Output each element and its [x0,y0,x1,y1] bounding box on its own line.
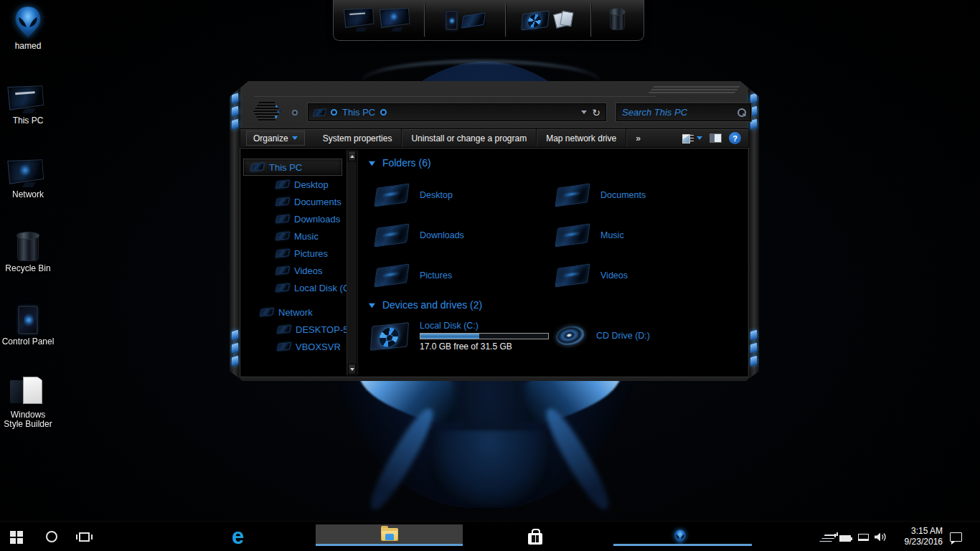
button-label: Map network drive [546,133,616,143]
breadcrumb-node-icon[interactable] [331,109,337,116]
taskbar-clock[interactable]: 3:15 AM 9/23/2016 [891,526,943,547]
file-item-documents[interactable]: Documents [556,186,646,204]
address-dropdown-icon[interactable] [581,110,587,114]
desktop-folder-icon [275,180,290,189]
show-hidden-icons-button[interactable] [819,534,837,542]
file-item-desktop[interactable]: Desktop [375,186,453,204]
map-network-drive-button[interactable]: Map network drive [537,129,626,147]
tree-label: This PC [269,162,302,173]
nav-logo-icon[interactable] [253,102,281,121]
dock-documents-icon[interactable] [553,11,575,29]
preview-pane-button[interactable] [710,133,722,143]
battery-icon[interactable] [839,535,851,542]
uninstall-program-button[interactable]: Uninstall or change a program [402,129,537,147]
tree-label: VBOXSVR [296,342,341,352]
downloads-folder-icon [275,215,290,223]
file-item-videos[interactable]: Videos [556,266,628,285]
tree-item-desktop-5un[interactable]: DESKTOP-5UN [242,321,357,338]
address-path[interactable]: This PC [342,107,375,118]
disk-usage-fill [420,334,479,339]
tree-item-videos[interactable]: Videos [242,262,357,279]
edge-button[interactable]: e [232,522,244,551]
desktop-icon-control-panel[interactable]: Control Panel [0,301,56,347]
refresh-icon[interactable] [592,108,600,118]
drive-item-cd-d[interactable]: CD Drive (D:) [556,326,650,345]
tree-item-vboxsvr[interactable]: VBOXSVR [242,338,357,355]
desktop-folder-icon [374,183,409,207]
drive-item-local-disk-c[interactable]: Local Disk (C:) 17.0 GB free of 31.5 GB [371,321,549,352]
tree-label: Downloads [294,214,340,225]
scroll-down-button[interactable] [348,364,356,375]
network-tray-icon[interactable] [858,534,869,541]
network-icon [260,308,274,316]
pictures-folder-icon [275,249,290,258]
breadcrumb-node-icon[interactable] [380,109,387,116]
drive-label: Local Disk (C:) [420,321,549,331]
start-button[interactable] [10,531,16,537]
command-toolbar: Organize System properties Uninstall or … [240,128,748,148]
dock-monitor-network-icon[interactable] [381,9,413,32]
desktop-icon-windows-style-builder[interactable]: Windows Style Builder [0,375,56,429]
navigation-tree: This PC Desktop Documents Downloads Musi… [242,150,357,375]
store-button[interactable] [528,529,542,545]
documents-folder-icon [275,197,290,206]
address-bar[interactable]: This PC [308,103,606,121]
desktop-icon-label: hamed [15,42,42,51]
system-properties-button[interactable]: System properties [314,129,402,147]
dock-monitor-icon[interactable] [345,9,377,32]
scroll-up-button[interactable] [348,151,356,161]
search-box[interactable] [616,103,751,121]
task-view-button[interactable] [79,532,90,542]
desktop-icon-this-pc[interactable]: This PC [0,80,56,126]
dock-dark-folder-icon[interactable] [461,12,485,29]
group-header-folders[interactable]: ▼ Folders (6) [368,157,431,169]
tree-item-documents[interactable]: Documents [242,193,357,210]
search-input[interactable] [622,107,732,118]
tree-item-local-disk-c[interactable]: Local Disk (C:) [242,279,357,296]
computer-icon [250,163,265,171]
volume-icon[interactable] [874,532,887,542]
tree-item-music[interactable]: Music [242,227,357,245]
dock-fan-drive-icon[interactable] [521,10,550,30]
help-button[interactable]: ? [729,132,741,144]
organize-button[interactable]: Organize [246,131,305,146]
dock-portrait-panel-icon[interactable] [446,11,458,30]
clock-time: 3:15 AM [891,526,943,537]
file-explorer-taskbar-button[interactable] [316,524,463,544]
tree-item-pictures[interactable]: Pictures [242,245,357,262]
tree-scrollbar[interactable] [347,150,357,375]
tree-item-downloads[interactable]: Downloads [242,210,357,227]
desktop-icon-label: Control Panel [2,337,55,347]
file-item-downloads[interactable]: Downloads [375,226,464,245]
tree-item-this-pc[interactable]: This PC [243,159,342,176]
desktop-icon-recycle-bin[interactable]: Recycle Bin [0,228,56,273]
change-view-button[interactable] [682,133,702,143]
cortana-button[interactable] [46,531,57,542]
chevron-down-icon [697,136,702,140]
active-app-underline [316,544,463,546]
collapse-chevron-icon[interactable]: ▼ [367,301,377,309]
view-icon [682,133,694,143]
action-center-button[interactable] [950,532,962,542]
tree-item-network[interactable]: Network [242,303,357,321]
alien-user-icon [12,6,44,39]
desktop-icon-network[interactable]: Network [0,154,56,199]
desktop-icon-label: Network [12,190,44,199]
group-header-devices[interactable]: ▼ Devices and drives (2) [368,299,482,311]
collapse-chevron-icon[interactable]: ▼ [367,159,377,167]
disk-usage-bar [420,333,549,339]
file-item-music[interactable]: Music [556,226,624,245]
search-icon[interactable] [737,108,745,117]
disk-free-text: 17.0 GB free of 31.5 GB [420,342,549,352]
tree-item-desktop[interactable]: Desktop [242,176,357,193]
alien-icon [674,529,686,544]
file-explorer-window: This PC Organize System properties Unins… [230,81,759,381]
content-frame: This PC Desktop Documents Downloads Musi… [240,149,748,377]
control-panel-icon [18,306,38,334]
dock-trash-icon[interactable] [610,11,625,30]
clock-date: 9/23/2016 [891,537,943,547]
desktop-icon-hamed[interactable]: hamed [0,6,56,51]
file-item-pictures[interactable]: Pictures [375,266,452,285]
more-commands-button[interactable]: » [626,129,650,147]
hard-drive-icon [370,322,409,351]
